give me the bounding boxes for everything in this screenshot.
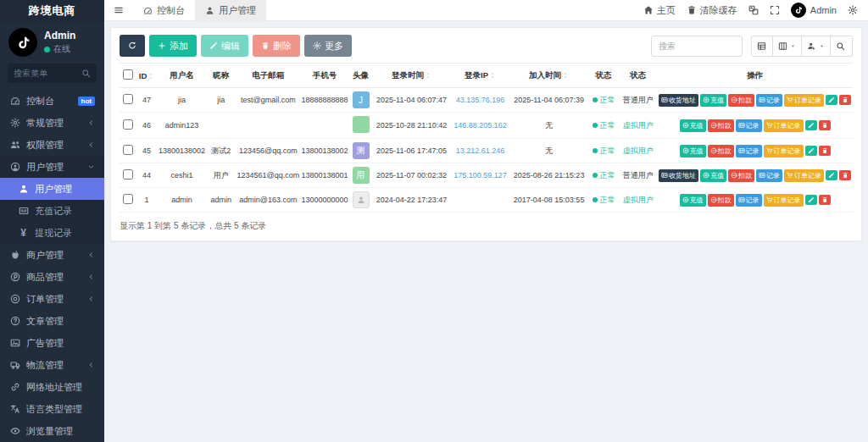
col-header-login_time[interactable]: 登录时间 — [372, 64, 451, 88]
cart-icon — [787, 172, 793, 179]
action-deduct-button[interactable]: 扣款 — [728, 94, 754, 107]
action-address-button[interactable]: 收货地址 — [659, 94, 698, 107]
sidebar-item-15[interactable]: 浏览量管理 — [0, 420, 104, 442]
delete-button[interactable]: 删除 — [253, 35, 300, 57]
cell-login-time: 2025-10-28 21:10:42 — [372, 113, 451, 139]
toggle-view-button[interactable] — [751, 36, 773, 57]
pencil-icon — [209, 41, 218, 50]
action-delete-button[interactable] — [839, 95, 851, 105]
home-link[interactable]: 主页 — [643, 4, 676, 17]
sidebar-item-0[interactable]: 控制台hot — [0, 90, 104, 112]
translate-icon[interactable] — [748, 5, 759, 15]
sidebar-item-4[interactable]: 用户管理 — [0, 178, 104, 200]
sidebar-item-3[interactable]: 用户管理 — [0, 156, 104, 178]
action-record-button[interactable]: 记录 — [736, 119, 762, 132]
action-recharge-button[interactable]: 充值 — [680, 119, 706, 132]
clear-cache-link[interactable]: 清除缓存 — [687, 4, 737, 17]
more-button[interactable]: 更多 — [304, 35, 352, 57]
action-address-button[interactable]: 收货地址 — [659, 169, 698, 182]
topbar-user-menu[interactable]: Admin — [791, 3, 837, 18]
sidebar-item-13[interactable]: 网络地址管理 — [0, 376, 104, 398]
settings-gear-icon[interactable] — [848, 5, 858, 15]
cell-status: 正常 — [588, 188, 619, 213]
pencil-icon — [808, 122, 815, 129]
trash-icon — [687, 5, 697, 15]
action-recharge-button[interactable]: 充值 — [700, 94, 726, 107]
action-deduct-button[interactable]: 扣款 — [708, 119, 734, 132]
select-all-checkbox[interactable] — [123, 69, 133, 80]
action-delete-button[interactable] — [819, 120, 831, 130]
action-delete-button[interactable] — [819, 195, 831, 205]
action-edit-button[interactable] — [826, 170, 837, 180]
sidebar-item-1[interactable]: 常规管理 — [0, 112, 104, 134]
sidebar-item-2[interactable]: 权限管理 — [0, 134, 104, 156]
refresh-button[interactable] — [120, 35, 145, 57]
caret-down-icon — [790, 43, 796, 49]
action-recharge-button[interactable]: 充值 — [680, 145, 706, 157]
cell-phone — [300, 113, 349, 139]
add-button[interactable]: 添加 — [149, 35, 197, 57]
login-ip-link[interactable]: 13.212.61.246 — [456, 146, 505, 155]
action-edit-button[interactable] — [805, 195, 817, 205]
sidebar-item-6[interactable]: ¥提现记录 — [0, 222, 104, 244]
row-checkbox[interactable] — [123, 145, 133, 155]
col-label: 操作 — [747, 70, 763, 80]
sidebar-item-7[interactable]: 商户管理 — [0, 244, 104, 266]
sort-icon — [562, 72, 569, 79]
action-deduct-button[interactable]: 扣款 — [708, 145, 734, 157]
search-toggle-button[interactable] — [831, 36, 853, 57]
delete-button-label: 删除 — [273, 40, 292, 52]
row-checkbox[interactable] — [123, 194, 133, 204]
action-orders-button[interactable]: 订单记录 — [764, 145, 804, 157]
action-orders-button[interactable]: 订单记录 — [784, 169, 824, 182]
user-status: 在线 — [44, 43, 75, 55]
topbar-tab-0[interactable]: 控制台 — [133, 0, 195, 21]
row-checkbox[interactable] — [123, 94, 133, 104]
export-dropdown-button[interactable] — [802, 36, 831, 57]
sidebar-item-14[interactable]: 语言类型管理 — [0, 398, 104, 420]
sidebar-item-12[interactable]: 物流管理 — [0, 354, 104, 376]
sidebar-item-label: 充值记录 — [35, 205, 95, 218]
action-orders-button[interactable]: 订单记录 — [764, 119, 804, 132]
action-record-button[interactable]: 记录 — [736, 145, 762, 157]
login-ip-link[interactable]: 146.88.205.162 — [453, 121, 507, 130]
col-header-join_time[interactable]: 加入时间 — [509, 64, 588, 88]
action-deduct-button[interactable]: 扣款 — [708, 194, 734, 207]
action-delete-button[interactable] — [839, 170, 851, 180]
action-orders-button[interactable]: 订单记录 — [784, 94, 824, 107]
edit-button[interactable]: 编辑 — [201, 35, 248, 57]
sidebar-item-9[interactable]: 订单管理 — [0, 288, 104, 310]
col-header-login_ip[interactable]: 登录IP — [451, 64, 510, 88]
action-recharge-button[interactable]: 充值 — [700, 169, 726, 182]
action-edit-button[interactable] — [805, 146, 817, 156]
sidebar-search-input[interactable] — [14, 69, 81, 78]
row-checkbox[interactable] — [123, 169, 133, 180]
columns-dropdown-button[interactable] — [773, 36, 802, 57]
col-header-id[interactable]: ID — [136, 64, 158, 88]
user-avatar[interactable] — [8, 28, 37, 57]
sidebar-item-10[interactable]: 文章管理 — [0, 310, 104, 332]
sidebar-item-8[interactable]: 商品管理 — [0, 266, 104, 288]
row-checkbox[interactable] — [123, 119, 133, 130]
action-edit-button[interactable] — [826, 95, 837, 105]
sidebar-toggle-icon[interactable] — [104, 5, 133, 15]
fullscreen-icon[interactable] — [770, 5, 780, 15]
action-deduct-button[interactable]: 扣款 — [728, 169, 754, 182]
topbar-tab-1[interactable]: 用户管理 — [195, 0, 266, 21]
sidebar-item-11[interactable]: 广告管理 — [0, 332, 104, 354]
action-record-button[interactable]: 记录 — [756, 169, 782, 182]
sidebar-search — [8, 64, 97, 83]
main-area: 控制台用户管理 主页 清除缓存 Admin 添加编辑删除更 — [104, 0, 868, 442]
action-record-button[interactable]: 记录 — [756, 94, 782, 107]
login-ip-link[interactable]: 43.135.76.196 — [456, 96, 505, 104]
action-recharge-button[interactable]: 充值 — [680, 194, 706, 207]
cell-email: test@gmail.com — [236, 88, 300, 113]
sidebar-item-label: 物流管理 — [26, 359, 81, 372]
sidebar-item-5[interactable]: 充值记录 — [0, 200, 104, 222]
action-delete-button[interactable] — [819, 146, 831, 156]
login-ip-link[interactable]: 175.100.59.127 — [453, 171, 507, 180]
action-edit-button[interactable] — [805, 120, 817, 130]
action-orders-button[interactable]: 订单记录 — [764, 194, 804, 207]
action-record-button[interactable]: 记录 — [736, 194, 762, 207]
table-search-input[interactable] — [651, 36, 743, 57]
